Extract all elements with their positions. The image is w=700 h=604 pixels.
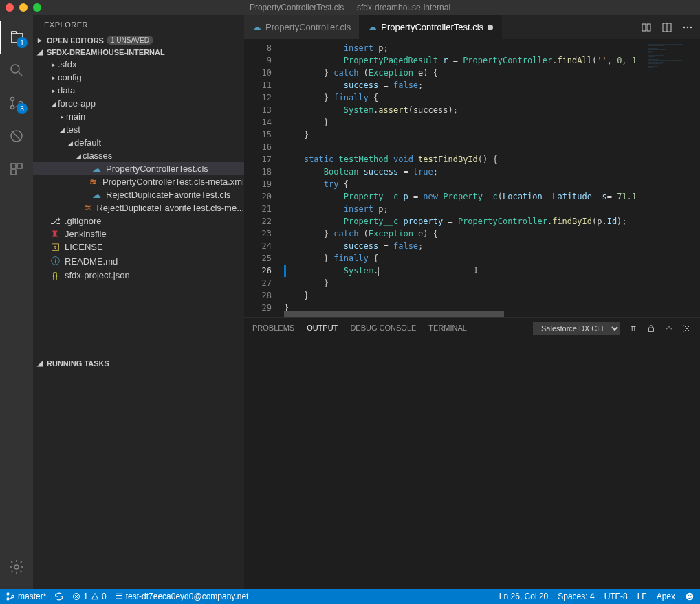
tree-item-label: test [66,124,80,135]
json-icon: {} [50,270,61,280]
chevron-right-icon: ▸ [36,36,44,45]
tree-item-label: RejectDuplicateFavoriteTest.cls-me... [96,203,244,213]
explorer-sidebar: EXPLORER ▸ OPEN EDITORS 1 UNSAVED ◢ SFDX… [33,15,244,589]
compare-icon[interactable] [641,22,652,33]
tree-item[interactable]: ◢classes [33,149,244,162]
output-channel-select[interactable]: Salesforce DX CLI [533,322,620,335]
warning-count: 0 [102,592,107,601]
tree-item[interactable]: ◢test [33,123,244,136]
titlebar: PropertyControllerTest.cls — sfdx-dreamh… [0,0,700,15]
unsaved-badge: 1 UNSAVED [107,36,153,45]
tree-item[interactable]: ▸.sfdx [33,58,244,71]
open-editors-label: OPEN EDITORS [47,36,104,45]
tree-item-label: RejectDuplicateFavoriteTest.cls [106,190,230,200]
lock-scroll-icon[interactable] [646,324,656,333]
editor-tabs: ☁PropertyController.cls☁PropertyControll… [244,15,700,39]
panel-tab-terminal[interactable]: TERMINAL [428,321,467,335]
tree-item[interactable]: ▸main [33,110,244,123]
tree-item[interactable]: ≋PropertyControllerTest.cls-meta.xml [33,175,244,188]
editor-tab[interactable]: ☁PropertyController.cls [244,15,360,39]
cloud-icon: ☁ [91,190,102,200]
language-mode[interactable]: Apex [657,592,675,601]
cloud-icon: ☁ [91,164,102,174]
tree-item[interactable]: ♜Jenkinsfile [33,227,244,241]
indentation[interactable]: Spaces: 4 [558,592,594,601]
debug-icon[interactable] [0,120,33,153]
running-tasks-header[interactable]: ◢ RUNNING TASKS [33,357,244,369]
source-control-icon[interactable]: 3 [0,87,33,120]
close-window[interactable] [6,3,14,12]
tree-item[interactable]: ▸data [33,84,244,97]
rss-icon: ≋ [83,203,93,213]
settings-gear-icon[interactable] [0,550,33,583]
feedback-icon[interactable] [685,592,694,601]
chevron-down-icon: ◢ [74,153,83,159]
svg-rect-20 [116,594,122,599]
project-header[interactable]: ◢ SFDX-DREAMHOUSE-INTERNAL [33,46,244,58]
panel-tab-debug-console[interactable]: DEBUG CONSOLE [350,321,416,335]
sync-icon[interactable] [54,592,64,601]
close-panel-icon[interactable] [682,324,692,333]
window-controls [6,3,41,12]
clear-output-icon[interactable] [628,324,638,333]
remote-name: test-dt7eeca0eyd0@company.net [126,592,249,601]
tree-item[interactable]: ◢default [33,136,244,149]
tree-item[interactable]: ≋RejectDuplicateFavoriteTest.cls-me... [33,201,244,214]
chevron-down-icon: ◢ [36,47,44,56]
statusbar: master* 1 0 test-dt7eeca0eyd0@company.ne… [0,589,700,604]
explorer-icon[interactable]: 1 [0,21,33,54]
collapse-panel-icon[interactable] [664,324,674,333]
open-editors-header[interactable]: ▸ OPEN EDITORS 1 UNSAVED [33,34,244,46]
minimize-window[interactable] [19,3,28,12]
svg-point-14 [690,26,692,27]
panel-tab-problems[interactable]: PROBLEMS [252,321,294,335]
tree-item-label: config [58,72,82,82]
tree-item[interactable]: ☁RejectDuplicateFavoriteTest.cls [33,188,244,201]
tree-item[interactable]: ⎇.gitignore [33,214,244,227]
code-content[interactable]: insert p; PropertyPagedResult r = Proper… [284,39,645,311]
svg-rect-6 [17,164,22,168]
chevron-down-icon: ◢ [36,359,44,368]
svg-point-23 [690,595,692,596]
tree-item[interactable]: {}sfdx-project.json [33,269,244,282]
tree-item-label: PropertyControllerTest.cls-meta.xml [102,177,244,187]
extensions-icon[interactable] [0,153,33,186]
scrollbar-thumb[interactable] [284,311,504,317]
tree-item-label: README.md [65,256,118,267]
cloud-icon: ☁ [252,22,261,32]
problems-status[interactable]: 1 0 [72,592,106,601]
remote-org[interactable]: test-dt7eeca0eyd0@company.net [115,592,249,601]
tree-item-label: main [66,111,85,122]
tree-item[interactable]: ⚿LICENSE [33,241,244,254]
search-icon[interactable] [0,54,33,87]
tree-item[interactable]: ☁PropertyControllerTest.cls [33,162,244,175]
branch-name: master* [18,592,46,601]
editor-body[interactable]: 8910111213141516171819202122232425262728… [244,39,700,311]
minimap[interactable]: ▪▪▪▪▪▪▪▪▪▪▪▪▪▪▪▪▪▪▪▪▪▪▪▪▪▪▪▪▪▪▪▪▪▪▪▪▪▪▪▪… [645,39,700,311]
svg-point-21 [686,593,694,601]
window-title: PropertyControllerTest.cls — sfdx-dreamh… [250,3,450,12]
chevron-right-icon: ▸ [50,61,58,68]
encoding[interactable]: UTF-8 [604,592,628,601]
eol[interactable]: LF [637,592,647,601]
cursor-position[interactable]: Ln 26, Col 20 [499,592,548,601]
maximize-window[interactable] [33,3,41,12]
editor-area: ☁PropertyController.cls☁PropertyControll… [244,15,700,589]
git-branch[interactable]: master* [6,592,46,601]
tree-item[interactable]: ▸config [33,71,244,84]
tree-item[interactable]: ◢force-app [33,97,244,110]
svg-point-22 [688,595,689,596]
svg-rect-7 [11,170,16,175]
panel-tab-output[interactable]: OUTPUT [307,321,338,335]
tree-item-label: PropertyControllerTest.cls [106,164,208,174]
split-editor-icon[interactable] [661,22,672,33]
chevron-right-icon: ▸ [58,113,66,120]
more-icon[interactable] [682,22,693,33]
scm-badge: 3 [17,103,28,114]
tree-item-label: .gitignore [65,216,101,226]
tree-item[interactable]: ⓘREADME.md [33,254,244,269]
chevron-right-icon: ▸ [50,87,58,94]
chevron-down-icon: ◢ [58,126,66,133]
editor-tab[interactable]: ☁PropertyControllerTest.cls [360,15,502,39]
horizontal-scrollbar[interactable] [244,311,700,317]
